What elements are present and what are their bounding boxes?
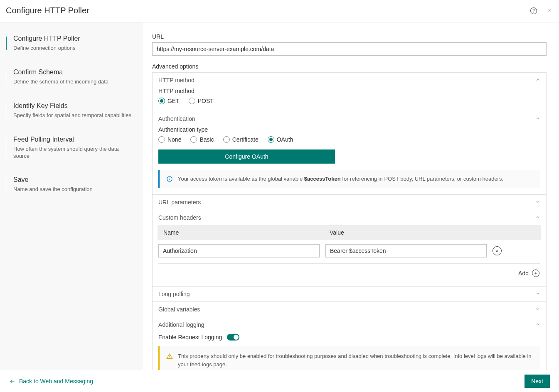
radio-auth-oauth[interactable]: OAuth bbox=[268, 136, 293, 143]
wizard-step-schema[interactable]: Confirm Schema Define the schema of the … bbox=[0, 69, 143, 86]
advanced-options-label: Advanced options bbox=[152, 63, 547, 70]
wizard-step-save[interactable]: Save Name and save the configuration bbox=[0, 176, 143, 193]
custom-header-row bbox=[158, 240, 540, 264]
panel-additional-logging: Additional logging Enable Request Loggin… bbox=[152, 317, 547, 370]
svg-point-4 bbox=[169, 178, 170, 178]
radio-auth-basic[interactable]: Basic bbox=[190, 136, 214, 143]
panel-authentication-header[interactable]: Authentication bbox=[153, 111, 546, 126]
enable-logging-toggle[interactable] bbox=[227, 334, 239, 341]
wizard-footer: Back to Web and Messaging Next bbox=[0, 370, 559, 392]
info-icon bbox=[166, 176, 173, 182]
radio-http-get[interactable]: GET bbox=[158, 98, 180, 104]
close-icon[interactable] bbox=[547, 8, 552, 14]
panel-custom-headers-header[interactable]: Custom headers bbox=[153, 210, 546, 225]
chevron-up-icon bbox=[535, 321, 540, 328]
back-link[interactable]: Back to Web and Messaging bbox=[9, 378, 93, 385]
panel-http-method: HTTP method HTTP method GET POST bbox=[152, 72, 547, 111]
chevron-up-icon bbox=[535, 214, 540, 221]
arrow-left-icon bbox=[9, 378, 16, 385]
custom-headers-table-head: Name Value bbox=[158, 225, 541, 240]
logging-warning-callout: This property should only be enabled for… bbox=[158, 346, 540, 370]
auth-type-label: Authentication type bbox=[158, 126, 540, 133]
radio-auth-none[interactable]: None bbox=[158, 136, 181, 143]
plus-icon bbox=[532, 270, 539, 277]
warning-icon bbox=[166, 353, 173, 360]
url-input[interactable] bbox=[152, 42, 547, 56]
chevron-up-icon bbox=[535, 77, 540, 83]
help-icon[interactable] bbox=[530, 7, 537, 15]
panel-long-polling-header[interactable]: Long polling bbox=[153, 287, 546, 301]
chevron-up-icon bbox=[535, 115, 540, 122]
configure-oauth-button[interactable]: Configure OAuth bbox=[158, 149, 335, 164]
url-label: URL bbox=[152, 33, 547, 40]
add-header-button[interactable]: Add bbox=[158, 264, 540, 279]
radio-http-post[interactable]: POST bbox=[189, 98, 214, 104]
http-method-label: HTTP method bbox=[158, 88, 540, 94]
config-form-scroll[interactable]: URL Advanced options HTTP method HTTP me… bbox=[143, 22, 559, 370]
wizard-step-configure[interactable]: Configure HTTP Poller Define connection … bbox=[0, 35, 143, 52]
header-name-input[interactable] bbox=[158, 244, 320, 257]
panel-global-variables: Global variables bbox=[152, 301, 547, 317]
svg-point-6 bbox=[169, 358, 170, 358]
panel-custom-headers: Custom headers Name Value bbox=[152, 210, 547, 287]
svg-point-1 bbox=[533, 12, 534, 12]
remove-row-icon[interactable] bbox=[493, 246, 502, 255]
radio-auth-certificate[interactable]: Certificate bbox=[223, 136, 259, 143]
chevron-down-icon bbox=[535, 291, 540, 297]
wizard-sidebar: Configure HTTP Poller Define connection … bbox=[0, 22, 143, 370]
wizard-step-key-fields[interactable]: Identify Key Fields Specify fields for s… bbox=[0, 102, 143, 119]
panel-long-polling: Long polling bbox=[152, 286, 547, 302]
chevron-down-icon bbox=[535, 306, 540, 313]
col-name: Name bbox=[163, 229, 330, 236]
header-value-input[interactable] bbox=[325, 244, 487, 257]
panel-global-variables-header[interactable]: Global variables bbox=[153, 302, 546, 317]
panel-http-method-header[interactable]: HTTP method bbox=[153, 73, 546, 88]
panel-additional-logging-header[interactable]: Additional logging bbox=[153, 317, 546, 332]
col-value: Value bbox=[330, 229, 344, 236]
panel-authentication: Authentication Authentication type None … bbox=[152, 111, 547, 195]
chevron-down-icon bbox=[535, 199, 540, 206]
enable-logging-label: Enable Request Logging bbox=[158, 334, 222, 341]
next-button[interactable]: Next bbox=[525, 375, 550, 388]
panel-url-parameters-header[interactable]: URL parameters bbox=[153, 195, 546, 210]
dialog-header: Configure HTTP Poller bbox=[0, 0, 559, 22]
dialog-title: Configure HTTP Poller bbox=[6, 6, 89, 15]
panel-url-parameters: URL parameters bbox=[152, 194, 547, 210]
oauth-info-callout: Your access token is available as the gl… bbox=[158, 170, 540, 188]
wizard-step-polling[interactable]: Feed Polling Interval How often the syst… bbox=[0, 136, 143, 160]
